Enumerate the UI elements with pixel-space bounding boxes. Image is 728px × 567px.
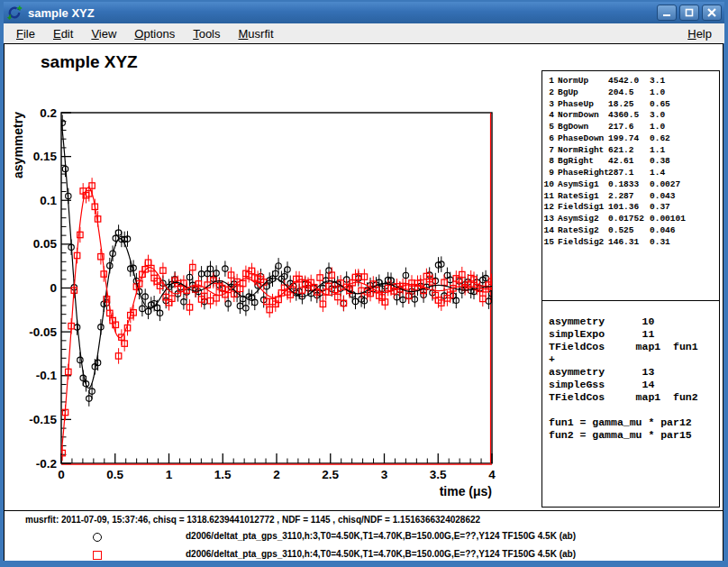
theory-line: TFieldCos map1 fun2	[549, 391, 719, 404]
param-row: 14RateSig20.5250.046	[542, 225, 719, 237]
param-row: 15FieldSig2146.310.31	[542, 237, 719, 249]
x-tick-label: 3	[381, 468, 388, 481]
y-tick-label: 0.2	[40, 106, 57, 120]
series-square-points	[59, 178, 495, 461]
x-axis-title: time (μs)	[440, 484, 492, 498]
x-tick-label: 4	[488, 468, 496, 481]
x-tick-label: 1	[166, 468, 173, 481]
param-row: 10AsymSig10.18330.0027	[542, 179, 719, 191]
y-axis-title: asymmetry	[11, 112, 25, 178]
menu-edit[interactable]: Edit	[44, 25, 82, 42]
param-row: 7NormRight621.21.1	[542, 145, 719, 157]
x-tick-label: 0.5	[106, 468, 123, 481]
series-square-fit-line	[61, 187, 492, 454]
x-tick-label: 2.5	[322, 468, 339, 481]
asymmetry-plot[interactable]: sample XYZ00.511.522.533.540.20.150.10.0…	[5, 44, 545, 510]
fit-info: musrfit: 2011-07-09, 15:37:46, chisq = 1…	[25, 515, 480, 525]
theory-line: asymmetry 10	[549, 316, 719, 328]
param-row: 6PhaseDown199.740.62	[542, 133, 719, 145]
y-tick-label: 0.05	[33, 237, 58, 251]
menu-tools[interactable]: Tools	[184, 25, 229, 42]
x-tick-label: 0	[58, 468, 65, 481]
legend-circle-marker	[93, 533, 102, 542]
param-row: 4NormDown4360.53.0	[542, 110, 719, 122]
y-tick-label: -0.1	[36, 369, 58, 382]
minimize-button[interactable]	[657, 5, 677, 21]
legend-label: d2006/deltat_pta_gps_3110,h:3,T0=4.50K,T…	[186, 531, 576, 541]
theory-line: simpleGss 14	[549, 379, 719, 391]
theory-line	[549, 404, 719, 416]
theory-line: fun1 = gamma_mu * par12	[549, 416, 719, 429]
app-window: sample XYZ FileEditViewOptionsToolsMusrf…	[0, 0, 728, 567]
param-row: 3PhaseUp18.250.65	[542, 99, 719, 111]
y-tick-label: 0.1	[40, 194, 57, 207]
menubar: FileEditViewOptionsToolsMusrfitHelp	[4, 23, 724, 43]
titlebar[interactable]: sample XYZ	[4, 2, 724, 23]
series-circle-fit-line	[61, 121, 492, 389]
y-tick-label: 0	[50, 281, 57, 295]
param-row: 11RateSig12.2870.043	[542, 191, 719, 203]
root-canvas[interactable]: sample XYZ00.511.522.533.540.20.150.10.0…	[4, 43, 723, 561]
y-tick-label: -0.05	[29, 325, 57, 339]
app-icon	[6, 5, 23, 21]
param-row: 1NormUp4542.03.1	[542, 76, 719, 87]
theory-line: simplExpo 11	[549, 328, 719, 341]
param-row: 13AsymSig20.017520.00101	[542, 214, 719, 225]
y-tick-label: 0.15	[33, 150, 58, 163]
theory-line: asymmetry 13	[549, 366, 719, 379]
x-tick-label: 2	[273, 468, 280, 481]
x-tick-label: 1.5	[214, 468, 232, 481]
parameter-table: 1NormUp4542.03.12BgUp204.51.03PhaseUp18.…	[541, 70, 720, 301]
param-row: 8BgRight42.610.38	[542, 156, 719, 168]
maximize-button[interactable]	[679, 5, 699, 21]
menu-view[interactable]: View	[82, 25, 125, 42]
menu-options[interactable]: Options	[125, 25, 184, 42]
x-tick-label: 3.5	[430, 468, 447, 481]
legend-row: d2006/deltat_pta_gps_3110,h:3,T0=4.50K,T…	[5, 530, 723, 544]
param-row: 5BgDown217.61.0	[542, 122, 719, 133]
window-title: sample XYZ	[28, 6, 651, 20]
fit-status-strip: musrfit: 2011-07-09, 15:37:46, chisq = 1…	[5, 510, 723, 561]
menu-musrfit[interactable]: Musrfit	[230, 25, 283, 42]
close-button[interactable]	[702, 5, 722, 21]
plot-title: sample XYZ	[41, 52, 138, 71]
menu-file[interactable]: File	[7, 25, 44, 42]
legend-square-marker	[93, 551, 102, 560]
y-tick-label: -0.15	[29, 413, 57, 426]
param-row: 12FieldSig1101.360.37	[542, 202, 719, 214]
theory-line: fun2 = gamma_mu * par15	[549, 429, 719, 442]
legend-label: d2006/deltat_pta_gps_3110,h:4,T0=4.50K,T…	[186, 549, 576, 559]
series-circle-points	[59, 114, 495, 406]
menu-help[interactable]: Help	[678, 25, 721, 42]
y-tick-label: -0.2	[36, 457, 57, 471]
param-row: 2BgUp204.51.0	[542, 87, 719, 99]
param-row: 9PhaseRight287.11.4	[542, 168, 719, 179]
theory-line: +	[549, 353, 719, 366]
theory-line: TFieldCos map1 fun1	[549, 341, 719, 353]
legend-row: d2006/deltat_pta_gps_3110,h:4,T0=4.50K,T…	[5, 548, 723, 562]
theory-block: asymmetry 10simplExpo 11TFieldCos map1 f…	[541, 300, 720, 508]
